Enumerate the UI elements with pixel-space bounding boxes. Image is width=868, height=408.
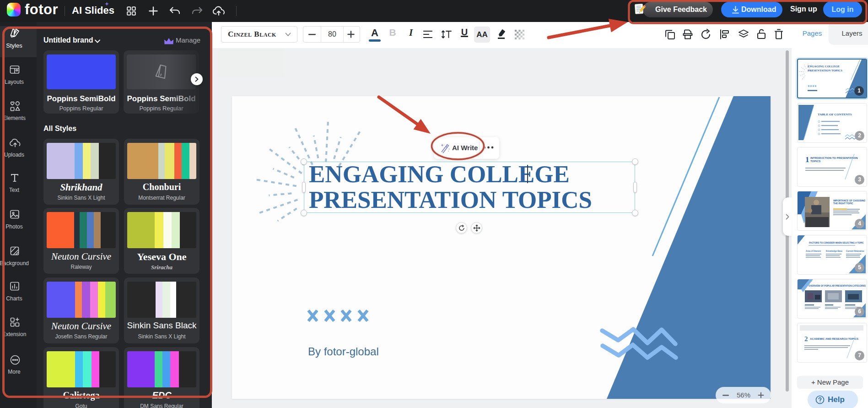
svg-text:FACTORS TO CONSIDER WHEN SELEC: FACTORS TO CONSIDER WHEN SELECTING A TOP… (809, 242, 864, 244)
svg-text:TABLE OF CONTENTS: TABLE OF CONTENTS (818, 113, 852, 116)
svg-text:THE RIGHT TOPIC: THE RIGHT TOPIC (833, 202, 853, 205)
svg-text:OVERVIEW OF POPULAR PRESENTATI: OVERVIEW OF POPULAR PRESENTATION CATEGOR… (809, 285, 866, 287)
svg-text:ACADEMIC AND RESEARCH TOPICS: ACADEMIC AND RESEARCH TOPICS (810, 337, 858, 340)
svg-text:2: 2 (804, 335, 808, 343)
svg-text:INTRODUCTION TO PRESENTATION: INTRODUCTION TO PRESENTATION (810, 157, 858, 159)
svg-text:1: 1 (805, 155, 809, 164)
svg-text:PRESENTATION TOPICS: PRESENTATION TOPICS (808, 69, 842, 72)
svg-text:Current Relevance: Current Relevance (846, 250, 864, 252)
svg-text:ENGAGING COLLEGE: ENGAGING COLLEGE (808, 65, 840, 68)
svg-text:Knowledge Base: Knowledge Base (826, 250, 843, 252)
svg-text:TOPICS: TOPICS (810, 160, 820, 163)
svg-text:Area of Interest: Area of Interest (806, 250, 821, 252)
